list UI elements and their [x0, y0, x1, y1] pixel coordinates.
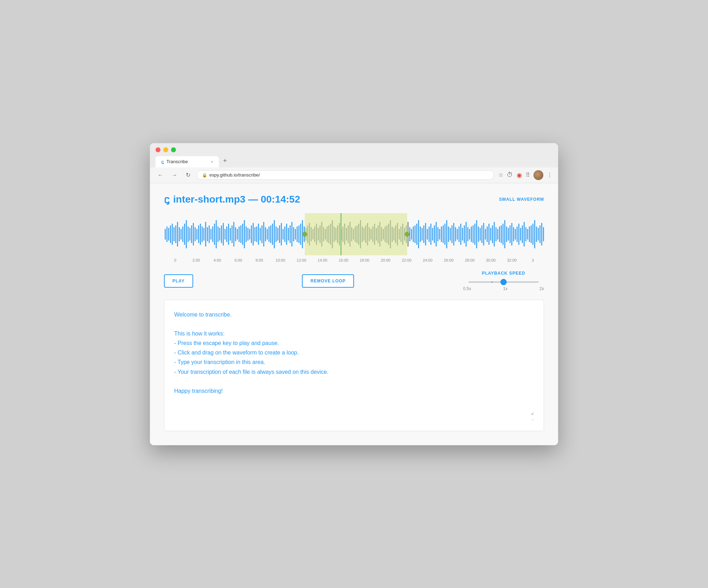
remove-loop-button[interactable]: REMOVE LOOP — [302, 274, 354, 288]
svg-rect-183 — [487, 226, 488, 242]
svg-rect-69 — [286, 224, 287, 245]
svg-rect-17 — [195, 227, 196, 241]
svg-rect-44 — [242, 224, 243, 245]
svg-rect-41 — [237, 229, 238, 239]
svg-rect-36 — [228, 224, 229, 245]
svg-rect-203 — [522, 225, 523, 243]
svg-rect-0 — [165, 229, 166, 239]
speed-slider[interactable] — [468, 281, 539, 283]
svg-rect-205 — [525, 227, 526, 241]
traffic-lights — [156, 147, 552, 152]
transcription-box: ⌟ — [164, 300, 544, 431]
svg-rect-11 — [184, 224, 185, 245]
svg-rect-175 — [473, 225, 474, 243]
svg-rect-21 — [202, 226, 203, 242]
svg-rect-165 — [455, 227, 456, 241]
playback-speed-section: PLAYBACK SPEED 0.5x 1x 2x — [463, 271, 544, 291]
svg-rect-147 — [423, 225, 424, 243]
history-icon[interactable]: ⏱ — [507, 171, 513, 179]
svg-rect-55 — [261, 225, 263, 243]
svg-rect-60 — [270, 225, 271, 243]
transcription-textarea[interactable] — [174, 310, 534, 415]
svg-rect-178 — [478, 226, 479, 242]
svg-rect-162 — [450, 228, 451, 241]
minimize-button[interactable] — [163, 147, 168, 152]
svg-rect-196 — [510, 225, 511, 243]
tab-close-icon[interactable]: × — [211, 160, 213, 164]
forward-button[interactable]: → — [170, 171, 179, 179]
svg-rect-209 — [532, 224, 533, 245]
svg-rect-148 — [425, 223, 426, 245]
svg-rect-50 — [253, 223, 254, 245]
svg-rect-174 — [471, 226, 472, 242]
page-title: ꞔ inter-short.mp3 — 00:14:52 — [164, 193, 300, 206]
svg-rect-140 — [411, 229, 412, 239]
svg-rect-194 — [506, 226, 507, 242]
svg-rect-66 — [281, 223, 282, 245]
back-button[interactable]: ← — [156, 171, 165, 179]
svg-rect-141 — [413, 226, 414, 242]
svg-rect-30 — [217, 226, 219, 242]
tab-bar: ꞔ Transcribe × + — [156, 156, 552, 167]
timeline-tick-4: 8:00 — [249, 258, 270, 262]
svg-rect-213 — [539, 225, 541, 243]
bookmark-icon[interactable]: ☆ — [498, 172, 503, 178]
extensions-icon[interactable]: ⠿ — [526, 172, 530, 178]
svg-rect-65 — [279, 225, 280, 243]
speed-max-label: 2x — [539, 286, 544, 291]
svg-rect-177 — [476, 220, 477, 248]
svg-rect-68 — [284, 226, 285, 242]
avatar[interactable] — [533, 170, 543, 180]
svg-rect-202 — [520, 228, 521, 241]
svg-rect-64 — [277, 228, 278, 241]
timeline-tick-7: 14:00 — [312, 258, 333, 262]
new-tab-button[interactable]: + — [220, 156, 230, 166]
svg-rect-23 — [205, 222, 206, 247]
svg-rect-43 — [240, 225, 241, 243]
play-button[interactable]: PLAY — [164, 274, 193, 288]
toolbar-actions: ☆ ⏱ ◉ ⠿ ⋮ — [498, 170, 552, 180]
maximize-button[interactable] — [171, 147, 176, 152]
svg-rect-153 — [434, 225, 435, 243]
timeline-tick-9: 18:00 — [354, 258, 375, 262]
svg-rect-150 — [429, 226, 430, 242]
loop-handle-right[interactable] — [405, 232, 410, 237]
svg-rect-212 — [538, 228, 539, 241]
svg-rect-73 — [293, 227, 294, 241]
loop-handle-left[interactable] — [302, 232, 307, 237]
close-button[interactable] — [156, 147, 160, 152]
tab-title: Transcribe — [166, 159, 188, 164]
svg-rect-169 — [462, 228, 463, 241]
svg-rect-157 — [441, 226, 442, 242]
svg-rect-210 — [534, 220, 535, 248]
resize-handle: ⌟ — [174, 415, 534, 421]
chrome-icon[interactable]: ◉ — [517, 171, 522, 179]
svg-rect-22 — [203, 228, 204, 241]
svg-rect-16 — [193, 223, 194, 245]
svg-rect-42 — [239, 226, 240, 242]
svg-rect-186 — [492, 225, 493, 243]
svg-rect-176 — [474, 224, 475, 245]
svg-rect-53 — [258, 224, 259, 245]
svg-rect-163 — [451, 225, 453, 243]
svg-rect-3 — [170, 225, 171, 243]
active-tab[interactable]: ꞔ Transcribe × — [156, 156, 219, 167]
svg-rect-14 — [189, 228, 190, 241]
timeline-tick-13: 26:00 — [438, 258, 459, 262]
timeline-tick-12: 24:00 — [417, 258, 438, 262]
loop-region[interactable] — [305, 213, 407, 255]
svg-rect-72 — [291, 222, 292, 247]
svg-rect-161 — [448, 226, 449, 242]
svg-rect-188 — [495, 227, 497, 241]
svg-rect-149 — [427, 229, 428, 239]
speed-slider-container — [468, 278, 539, 284]
menu-icon[interactable]: ⋮ — [547, 172, 552, 178]
refresh-button[interactable]: ↻ — [184, 171, 192, 179]
svg-rect-13 — [188, 226, 189, 242]
svg-rect-6 — [175, 225, 176, 243]
small-waveform-button[interactable]: SMALL WAVEFORM — [499, 197, 544, 202]
url-bar[interactable]: 🔒 espy.github.io/transcribe/ — [197, 170, 494, 180]
waveform-container[interactable] — [164, 213, 544, 255]
svg-rect-4 — [172, 224, 173, 245]
svg-rect-74 — [295, 229, 296, 239]
